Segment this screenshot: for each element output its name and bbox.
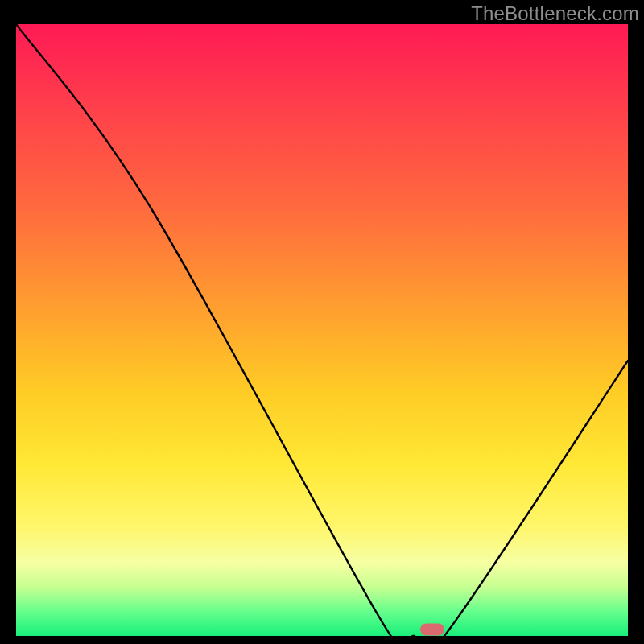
chart-frame: TheBottleneck.com [0,0,644,644]
plot-area [16,24,628,636]
curve-path [16,24,628,636]
optimal-marker [420,624,444,636]
watermark-text: TheBottleneck.com [471,2,639,25]
bottleneck-curve [16,24,628,636]
